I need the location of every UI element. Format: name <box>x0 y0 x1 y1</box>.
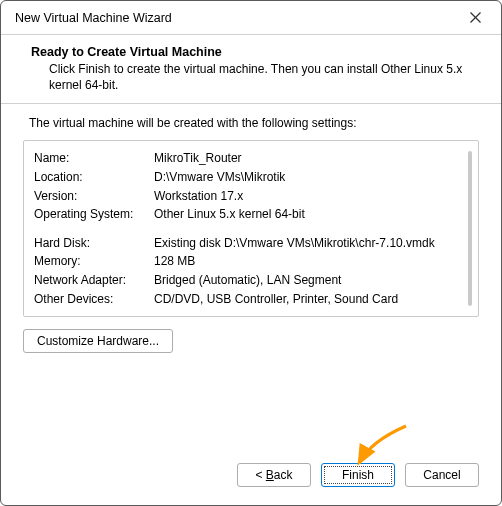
setting-value: MikroTik_Router <box>154 149 458 168</box>
table-row: Other Devices: CD/DVD, USB Controller, P… <box>34 290 458 309</box>
setting-label: Network Adapter: <box>34 271 154 290</box>
setting-value: D:\Vmware VMs\Mikrotik <box>154 168 458 187</box>
titlebar: New Virtual Machine Wizard <box>1 1 501 35</box>
table-row: Version: Workstation 17.x <box>34 187 458 206</box>
back-button[interactable]: < Back <box>237 463 311 487</box>
wizard-footer: < Back Finish Cancel <box>1 451 501 505</box>
back-prefix: < <box>255 468 265 482</box>
header-subtext: Click Finish to create the virtual machi… <box>31 61 471 93</box>
setting-label: Other Devices: <box>34 290 154 309</box>
header-heading: Ready to Create Virtual Machine <box>31 45 471 59</box>
setting-label: Memory: <box>34 252 154 271</box>
customize-row: Customize Hardware... <box>23 329 479 353</box>
table-row: Location: D:\Vmware VMs\Mikrotik <box>34 168 458 187</box>
setting-label: Version: <box>34 187 154 206</box>
table-gap <box>34 224 458 234</box>
setting-value: Existing disk D:\Vmware VMs\Mikrotik\chr… <box>154 234 458 253</box>
setting-label: Operating System: <box>34 205 154 224</box>
table-row: Operating System: Other Linux 5.x kernel… <box>34 205 458 224</box>
customize-hardware-button[interactable]: Customize Hardware... <box>23 329 173 353</box>
close-icon <box>470 12 481 23</box>
window-title: New Virtual Machine Wizard <box>15 11 455 25</box>
wizard-body: The virtual machine will be created with… <box>1 104 501 451</box>
setting-value: 128 MB <box>154 252 458 271</box>
finish-button[interactable]: Finish <box>321 463 395 487</box>
setting-value: Workstation 17.x <box>154 187 458 206</box>
settings-panel: Name: MikroTik_Router Location: D:\Vmwar… <box>23 140 479 317</box>
wizard-window: New Virtual Machine Wizard Ready to Crea… <box>0 0 502 506</box>
back-rest: ack <box>274 468 293 482</box>
setting-label: Name: <box>34 149 154 168</box>
setting-value: CD/DVD, USB Controller, Printer, Sound C… <box>154 290 458 309</box>
settings-table: Name: MikroTik_Router Location: D:\Vmwar… <box>34 149 464 308</box>
close-button[interactable] <box>455 4 495 32</box>
setting-value: Other Linux 5.x kernel 64-bit <box>154 205 458 224</box>
back-mnemonic: B <box>266 468 274 482</box>
table-row: Network Adapter: Bridged (Automatic), LA… <box>34 271 458 290</box>
wizard-header: Ready to Create Virtual Machine Click Fi… <box>1 35 501 104</box>
setting-label: Hard Disk: <box>34 234 154 253</box>
settings-intro: The virtual machine will be created with… <box>29 116 479 130</box>
setting-value: Bridged (Automatic), LAN Segment <box>154 271 458 290</box>
table-row: Memory: 128 MB <box>34 252 458 271</box>
setting-label: Location: <box>34 168 154 187</box>
cancel-button[interactable]: Cancel <box>405 463 479 487</box>
table-row: Name: MikroTik_Router <box>34 149 458 168</box>
scrollbar[interactable] <box>468 151 472 306</box>
table-row: Hard Disk: Existing disk D:\Vmware VMs\M… <box>34 234 458 253</box>
